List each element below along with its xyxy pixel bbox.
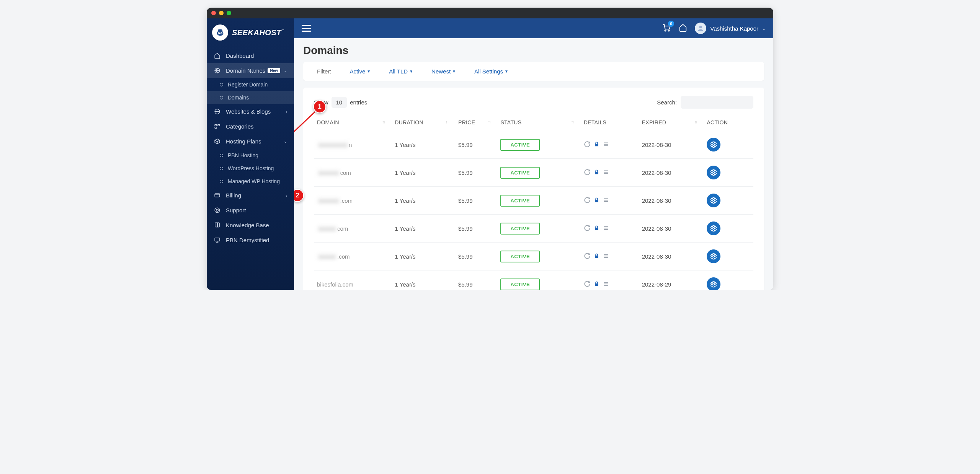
list-icon: [214, 123, 220, 130]
nav-websites-blogs[interactable]: Websites & Blogs ‹: [207, 104, 294, 119]
lock-icon[interactable]: [594, 197, 599, 204]
action-cell: [704, 187, 753, 215]
search-input[interactable]: [681, 96, 753, 109]
refresh-icon[interactable]: [584, 197, 591, 205]
col-domain[interactable]: DOMAIN: [314, 116, 392, 131]
svg-rect-24: [604, 170, 608, 171]
menu-icon[interactable]: [603, 280, 609, 288]
refresh-icon[interactable]: [584, 280, 591, 288]
lock-icon[interactable]: [594, 253, 599, 260]
settings-button[interactable]: [707, 222, 720, 235]
settings-button[interactable]: [707, 277, 720, 290]
annotation-1: 1: [313, 100, 326, 113]
col-duration[interactable]: DURATION: [392, 116, 455, 131]
col-status[interactable]: STATUS: [497, 116, 580, 131]
menu-icon[interactable]: [603, 252, 609, 261]
refresh-icon[interactable]: [584, 169, 591, 177]
menu-toggle-button[interactable]: [302, 25, 311, 32]
nav-knowledge-base[interactable]: Knowledge Base: [207, 218, 294, 233]
svg-rect-46: [604, 285, 608, 286]
status-badge: ACTIVE: [500, 251, 540, 262]
menu-icon[interactable]: [603, 169, 609, 177]
nav-domain-names[interactable]: Domain Names New ⌄: [207, 63, 294, 78]
svg-point-37: [713, 228, 715, 230]
domain-cell: xxxxxxxcom: [314, 159, 392, 187]
svg-rect-8: [215, 125, 217, 126]
nav-categories[interactable]: Categories: [207, 119, 294, 134]
nav-label: Hosting Plans: [226, 138, 261, 145]
svg-point-16: [668, 30, 670, 31]
lock-icon[interactable]: [594, 169, 599, 176]
menu-icon[interactable]: [603, 225, 609, 233]
filter-tld[interactable]: All TLD▼: [389, 68, 413, 75]
svg-rect-34: [604, 226, 608, 227]
expired-cell: 2022-08-30: [639, 187, 704, 215]
col-details[interactable]: DETAILS: [581, 116, 639, 131]
user-menu[interactable]: Vashishtha Kapoor ⌄: [695, 23, 766, 34]
svg-point-32: [713, 200, 715, 202]
nav-pbn-demystified[interactable]: PBN Demystified: [207, 233, 294, 248]
entries-count-select[interactable]: 10: [332, 97, 347, 108]
filter-label: Filter:: [317, 68, 332, 75]
expired-cell: 2022-08-30: [639, 215, 704, 243]
menu-icon[interactable]: [603, 141, 609, 149]
maximize-window-icon[interactable]: [227, 11, 231, 15]
nav-hosting-plans[interactable]: Hosting Plans ⌄: [207, 134, 294, 149]
expired-cell: 2022-08-30: [639, 159, 704, 187]
menu-icon[interactable]: [603, 197, 609, 205]
svg-rect-29: [604, 198, 608, 199]
domain-cell: bikesfolia.com: [314, 270, 392, 290]
nav-billing[interactable]: Billing ‹: [207, 188, 294, 203]
bullet-icon: [220, 96, 223, 99]
settings-button[interactable]: [707, 194, 720, 207]
minimize-window-icon[interactable]: [219, 11, 224, 15]
svg-rect-9: [215, 127, 217, 129]
nav-managed-wp-hosting[interactable]: Managed WP Hosting: [207, 175, 294, 188]
col-expired[interactable]: EXPIRED: [639, 116, 704, 131]
table-row: bikesfolia.com1 Year/s$5.99ACTIVE 2022-0…: [314, 270, 753, 290]
lock-icon[interactable]: [594, 141, 599, 148]
nav-wordpress-hosting[interactable]: WordPress Hosting: [207, 162, 294, 175]
filter-settings[interactable]: All Settings▼: [474, 68, 508, 75]
home-button[interactable]: [679, 23, 687, 33]
svg-point-15: [665, 30, 666, 31]
settings-button[interactable]: [707, 166, 720, 179]
lock-icon[interactable]: [594, 225, 599, 232]
nav-pbn-hosting[interactable]: PBN Hosting: [207, 149, 294, 162]
price-cell: $5.99: [455, 270, 497, 290]
svg-rect-14: [215, 238, 220, 241]
filter-active[interactable]: Active▼: [350, 68, 371, 75]
content: Domains Filter: Active▼ All TLD▼ Newest▼…: [294, 38, 773, 290]
refresh-icon[interactable]: [584, 225, 591, 233]
brand-logo[interactable]: SEEKAHOST™: [207, 18, 294, 48]
refresh-icon[interactable]: [584, 252, 591, 261]
domains-table-card: Show 10 entries Search: DOMAIN: [303, 88, 764, 290]
chevron-down-icon: ⌄: [284, 68, 287, 73]
settings-button[interactable]: [707, 249, 720, 263]
cart-button[interactable]: 0: [662, 23, 671, 34]
svg-rect-11: [215, 194, 220, 197]
nav-register-domain[interactable]: Register Domain: [207, 78, 294, 91]
col-price[interactable]: PRICE: [455, 116, 497, 131]
status-badge: ACTIVE: [500, 279, 540, 290]
nav-dashboard[interactable]: Dashboard: [207, 48, 294, 63]
expired-cell: 2022-08-29: [639, 270, 704, 290]
domains-table: DOMAIN DURATION PRICE STATUS DETAILS EXP…: [314, 116, 753, 290]
close-window-icon[interactable]: [211, 11, 216, 15]
settings-button[interactable]: [707, 138, 720, 151]
avatar: [695, 23, 706, 34]
nav-label: Categories: [226, 123, 254, 130]
svg-point-12: [215, 208, 220, 213]
nav-support[interactable]: Support: [207, 203, 294, 218]
nav-domains[interactable]: Domains: [207, 91, 294, 104]
price-cell: $5.99: [455, 131, 497, 159]
duration-cell: 1 Year/s: [392, 187, 455, 215]
refresh-icon[interactable]: [584, 141, 591, 149]
filter-newest[interactable]: Newest▼: [431, 68, 456, 75]
table-row: xxxxxx.com1 Year/s$5.99ACTIVE 2022-08-30: [314, 243, 753, 270]
lock-icon[interactable]: [594, 281, 599, 288]
action-cell: [704, 131, 753, 159]
new-badge: New: [268, 68, 280, 73]
table-row: xxxxxxxcom1 Year/s$5.99ACTIVE 2022-08-30: [314, 159, 753, 187]
app-window: SEEKAHOST™ Dashboard Domain Names New ⌄ …: [207, 8, 773, 290]
